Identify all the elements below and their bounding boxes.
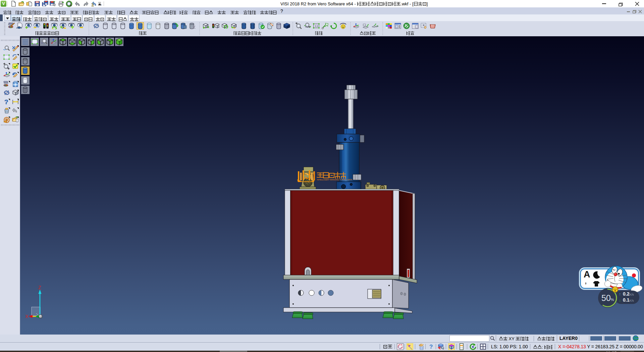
svg-text:Z: Z xyxy=(38,285,41,290)
svg-text:X: X xyxy=(25,314,29,319)
svg-text:?: ? xyxy=(429,344,433,350)
